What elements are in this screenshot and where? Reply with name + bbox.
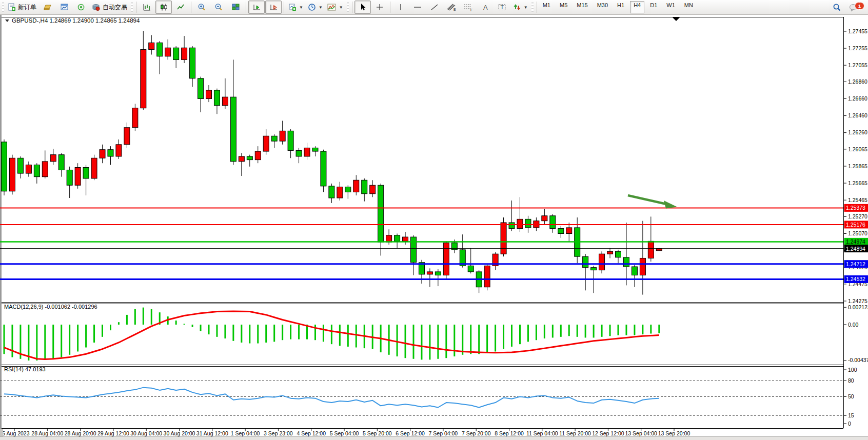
main-toolbar: 新订单 自动交易 (0, 0, 868, 15)
cursor-tool-button[interactable] (354, 1, 371, 14)
price-tick-label: 1.25070 (848, 230, 867, 236)
chevron-down-icon: ▼ (339, 5, 343, 10)
toolbar-grip[interactable] (347, 2, 349, 12)
timeframe-D1[interactable]: D1 (646, 1, 661, 13)
time-axis-label: 30 Aug 20:00 (164, 430, 195, 436)
candle (353, 175, 359, 195)
candle (329, 184, 334, 203)
window-bottom-edge (0, 436, 868, 440)
timeframe-MN[interactable]: MN (681, 1, 697, 13)
collapse-triangle-icon[interactable] (5, 19, 9, 22)
time-axis-label: 12 Sep 12:00 (592, 430, 624, 436)
candle (583, 254, 588, 290)
sound-alert-icon (77, 3, 86, 11)
timeframe-M1[interactable]: M1 (539, 1, 554, 13)
text-label-tool-button[interactable]: T (494, 1, 510, 14)
toolbar-grip[interactable] (2, 2, 4, 12)
toolbar-grip[interactable] (131, 2, 133, 12)
candle (230, 59, 236, 165)
time-axis-label: 13 Sep 20:00 (658, 430, 691, 436)
candle (255, 146, 261, 163)
price-tick-label: 1.25270 (848, 213, 867, 219)
trendline-icon (430, 3, 439, 11)
rsi-line (4, 388, 659, 408)
timeframe-M5[interactable]: M5 (556, 1, 571, 13)
rsi-tick-label: 15 (848, 412, 854, 418)
templates-button[interactable]: ▼ (325, 1, 345, 14)
new-order-button[interactable]: 新订单 (6, 1, 38, 14)
tile-windows-button[interactable] (227, 1, 244, 14)
candle (214, 89, 220, 114)
chart-shift-marker[interactable] (673, 17, 680, 21)
timeframe-H4[interactable]: H4 (630, 1, 644, 13)
chart-window-icon (60, 3, 69, 11)
time-axis-label: 4 Sep 12:00 (297, 430, 326, 436)
crosshair-tool-button[interactable] (371, 1, 388, 14)
auto-scroll-button[interactable] (248, 1, 265, 14)
price-tick-label: 1.24275 (848, 298, 867, 304)
new-order-label: 新订单 (18, 3, 36, 12)
equidistant-channel-tool-button[interactable]: E (443, 1, 460, 14)
line-chart-mode-button[interactable] (172, 1, 189, 14)
timeframe-W1[interactable]: W1 (663, 1, 679, 13)
candle (509, 201, 515, 231)
candle (394, 234, 400, 248)
horizontal-line-tool-button[interactable] (409, 1, 426, 14)
periods-button[interactable]: ▼ (306, 1, 325, 14)
candle (239, 153, 244, 176)
timeframe-M15[interactable]: M15 (573, 1, 591, 13)
arrows-tool-button[interactable]: ▼ (511, 1, 530, 14)
search-button[interactable] (828, 1, 845, 14)
bar-chart-icon (143, 3, 151, 11)
chart-shift-icon (269, 3, 278, 11)
zoom-in-button[interactable] (193, 1, 210, 14)
toolbar-grip[interactable] (531, 2, 534, 12)
chart-shift-button[interactable] (265, 1, 282, 14)
new-chart-button[interactable]: ▼ (286, 1, 305, 14)
timeframe-M30[interactable]: M30 (594, 1, 611, 13)
candle (345, 185, 351, 198)
chevron-down-icon: ▼ (319, 5, 323, 10)
text-tool-button[interactable]: A (477, 1, 494, 14)
candle (468, 248, 474, 274)
cursor-icon (359, 3, 366, 11)
candle (435, 269, 441, 286)
profiles-button[interactable] (39, 1, 55, 14)
price-tick-label: 1.25665 (848, 180, 867, 186)
svg-text:F: F (470, 8, 472, 12)
autotrading-button[interactable]: 自动交易 (90, 1, 129, 14)
candle (116, 139, 122, 159)
zoom-out-button[interactable] (210, 1, 227, 14)
fibonacci-tool-button[interactable]: F (460, 1, 477, 14)
price-tick-label: 1.26660 (848, 95, 867, 102)
trendline-tool-button[interactable] (426, 1, 443, 14)
candle (173, 46, 179, 68)
candle (321, 150, 326, 192)
search-icon (833, 3, 841, 12)
candle (640, 221, 645, 295)
time-axis-label: 3 Sep 23:00 (264, 430, 293, 436)
channel-icon: E (446, 3, 457, 11)
candle (222, 78, 228, 109)
tile-windows-icon (231, 3, 240, 11)
autotrading-icon (92, 3, 101, 11)
axis-corner (0, 429, 3, 436)
market-watch-button[interactable] (56, 1, 72, 14)
candle (632, 265, 637, 287)
candle (149, 35, 154, 54)
notifications-button[interactable]: 1 (845, 1, 862, 14)
timeframe-H1[interactable]: H1 (614, 1, 628, 13)
alerts-button[interactable] (73, 1, 89, 14)
candle (558, 226, 564, 238)
time-axis-label: 7 Sep 20:00 (462, 430, 491, 436)
bar-chart-mode-button[interactable] (139, 1, 155, 14)
price-tick-label: 1.27255 (848, 45, 867, 51)
candlestick-mode-button[interactable] (155, 1, 172, 14)
chart-canvas[interactable]: GBPUSD-,H4 1.24869 1.24900 1.24865 1.248… (0, 15, 868, 437)
price-tag-label: 1.24894 (846, 246, 865, 252)
price-tick-label: 1.27055 (848, 62, 867, 68)
price-tick-label: 1.25465 (848, 197, 867, 203)
time-axis-label: 8 Sep 12:00 (495, 430, 524, 436)
candle (648, 216, 654, 262)
vertical-line-tool-button[interactable] (392, 1, 409, 14)
